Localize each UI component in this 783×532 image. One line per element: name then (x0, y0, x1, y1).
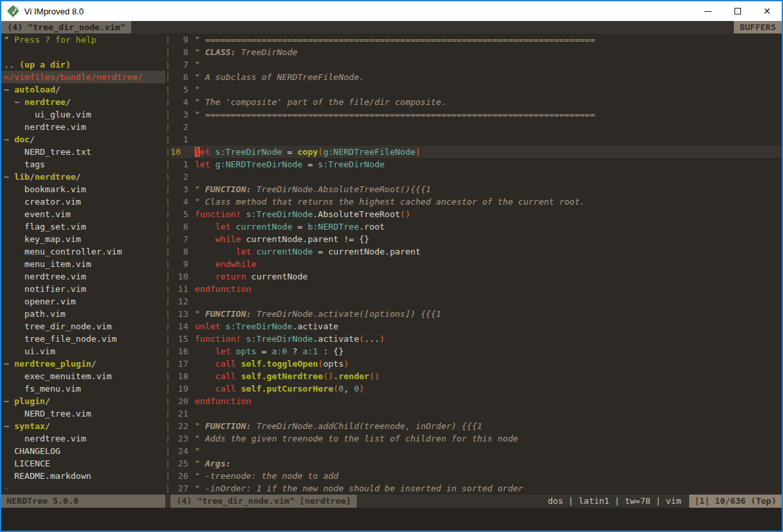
code-line[interactable]: 7 while currentNode.parent != {} (171, 233, 782, 245)
code-segment-q: ~ (4, 134, 14, 144)
tree-item[interactable]: README.markdown (1, 470, 165, 482)
code-line[interactable]: 7" (171, 58, 782, 71)
code-line[interactable]: 26" -treenode: the node to add (171, 470, 782, 482)
code-line[interactable]: 6 let currentNode = b:NERDTree.root (171, 220, 782, 233)
tree-item[interactable]: key_map.vim (1, 233, 165, 245)
code-segment-cm: TreeDirNode.addChild(treenode, inOrder) … (251, 421, 482, 431)
code-segment-cm: TreeDirNode.AbsoluteTreeRoot(){{{1 (251, 184, 431, 194)
line-number: 11 (171, 283, 188, 295)
tree-item[interactable]: ~ autoload/ (1, 83, 165, 96)
maximize-button[interactable] (723, 1, 752, 21)
code-segment-q: ~ (4, 421, 14, 431)
code-line[interactable]: 24" (171, 445, 782, 457)
tree-item[interactable]: LICENCE (1, 457, 165, 470)
tree-item[interactable]: tags (1, 158, 165, 171)
tree-item[interactable]: fs_menu.vim (1, 382, 165, 395)
code-line[interactable]: 27" -inOrder: 1 if the new node should b… (171, 482, 782, 495)
code-segment-br: () (369, 371, 380, 381)
code-line[interactable]: 25" Args: (171, 457, 782, 470)
tree-item[interactable]: ~ lib/nerdtree/ (1, 171, 165, 183)
code-segment-pl (231, 222, 236, 232)
tab-active-buffer[interactable]: (4) "tree_dir_node.vim" (1, 21, 131, 33)
code-segment-kw: let (236, 247, 251, 256)
code-segment-pl: = currentNode.parent (313, 247, 420, 256)
tree-item[interactable]: creator.vim (1, 195, 165, 208)
code-line[interactable]: 6" A subclass of NERDTreeFileNode. (171, 71, 782, 83)
code-line[interactable]: 22" FUNCTION: TreeDirNode.addChild(treen… (171, 420, 782, 432)
tree-item[interactable] (1, 46, 165, 58)
close-button[interactable]: ✕ (752, 1, 782, 21)
tree-item[interactable]: nerdtree.vim (1, 432, 165, 445)
tree-item[interactable]: menu_item.vim (1, 258, 165, 270)
statusline: NERDTree 5.0.0 (4) "tree_dir_node.vim" [… (1, 495, 782, 508)
code-line[interactable]: 15function! s:TreeDirNode.activate(...) (171, 333, 782, 345)
tree-item[interactable]: ~ nerdtree/ (1, 96, 165, 108)
code-text: " Args: (195, 457, 231, 470)
code-line[interactable]: 17 call self.toggleOpen(opts) (171, 358, 782, 370)
code-line[interactable]: 10 return currentNode (171, 270, 782, 283)
code-line[interactable]: 19 call self.putCursorHere(0, 0) (171, 382, 782, 395)
tree-item[interactable]: nerdtree.vim (1, 121, 165, 133)
separator-bar: | (165, 395, 171, 407)
tree-item[interactable]: NERD_tree.txt (1, 146, 165, 158)
code-line[interactable]: 16 let opts = a:0 ? a:1 : {} (171, 345, 782, 358)
tree-item[interactable]: notifier.vim (1, 283, 165, 295)
code-line[interactable]: 4" The 'composite' part of the file/dir … (171, 96, 782, 108)
tree-item[interactable]: CHANGELOG (1, 445, 165, 457)
code-line[interactable]: 21 (171, 407, 782, 420)
tree-item[interactable]: exec_menuitem.vim (1, 370, 165, 382)
code-line[interactable]: 9" =====================================… (171, 33, 782, 46)
code-line[interactable]: 3" FUNCTION: TreeDirNode.AbsoluteTreeRoo… (171, 183, 782, 195)
window-split-separator[interactable]: ||||||||||||||||||||||||||||||||||||| (165, 33, 171, 495)
tree-item[interactable]: path.vim (1, 308, 165, 320)
code-line[interactable]: 4" Class method that returns the highest… (171, 195, 782, 208)
code-segment-p: exec_menuitem.vim (4, 371, 111, 381)
code-line[interactable]: 13" FUNCTION: TreeDirNode.activate([opti… (171, 308, 782, 320)
code-line[interactable]: 12 (171, 295, 782, 308)
code-line[interactable]: 11endfunction (171, 283, 782, 295)
code-segment-d: lib (14, 172, 30, 182)
code-line[interactable]: 8" CLASS: TreeDirNode (171, 46, 782, 58)
tree-root-item[interactable]: </vimfiles/bundle/nerdtree/ (1, 71, 165, 83)
code-segment-pl: ? (287, 346, 302, 356)
tree-item[interactable]: ~ doc/ (1, 133, 165, 146)
code-line[interactable]: 20endfunction (171, 395, 782, 407)
tree-item[interactable]: .. (up a dir) (1, 58, 165, 71)
code-segment-p: event.vim (4, 209, 71, 219)
tree-item[interactable]: ui.vim (1, 345, 165, 358)
tree-item[interactable]: ~ (1, 482, 165, 495)
minimize-button[interactable] (693, 1, 723, 21)
tree-item[interactable]: nerdtree.vim (1, 270, 165, 283)
tree-item[interactable]: flag_set.vim (1, 220, 165, 233)
tree-item[interactable]: opener.vim (1, 295, 165, 308)
code-line[interactable]: 3" =====================================… (171, 108, 782, 121)
code-line[interactable]: 14unlet s:TreeDirNode.activate (171, 320, 782, 333)
code-line[interactable]: 5" (171, 83, 782, 96)
code-line[interactable]: 1let g:NERDTreeDirNode = s:TreeDirNode (171, 158, 782, 171)
tree-item[interactable]: ui_glue.vim (1, 108, 165, 121)
code-line[interactable]: 23" Adds the given treenode to the list … (171, 432, 782, 445)
tree-item[interactable]: tree_dir_node.vim (1, 320, 165, 333)
line-number: 19 (171, 382, 188, 395)
tree-item[interactable]: NERD_tree.vim (1, 407, 165, 420)
code-line[interactable]: 2 (171, 121, 782, 133)
tree-item[interactable]: ~ syntax/ (1, 420, 165, 432)
tree-item[interactable]: ~ nerdtree_plugin/ (1, 358, 165, 370)
command-line[interactable] (1, 508, 782, 531)
tree-item[interactable]: bookmark.vim (1, 183, 165, 195)
code-line[interactable]: 5function! s:TreeDirNode.AbsoluteTreeRoo… (171, 208, 782, 220)
code-line-current[interactable]: 10let s:TreeDirNode = copy(g:NERDTreeFil… (171, 146, 782, 158)
code-line[interactable]: 18 call self.getNerdtree().render() (171, 370, 782, 382)
code-line[interactable]: 9 endwhile (171, 258, 782, 270)
tree-item[interactable]: event.vim (1, 208, 165, 220)
tree-item[interactable]: " Press ? for help (1, 33, 165, 46)
line-number: 6 (171, 220, 188, 233)
tree-item[interactable]: ~ plugin/ (1, 395, 165, 407)
code-text: " The 'composite' part of the file/dir c… (195, 96, 447, 108)
code-segment-cmb: FUNCTION: (205, 421, 251, 431)
code-line[interactable]: 8 let currentNode = currentNode.parent (171, 245, 782, 258)
tree-item[interactable]: tree_file_node.vim (1, 333, 165, 345)
code-line[interactable]: 1 (171, 133, 782, 146)
tree-item[interactable]: menu_controller.vim (1, 245, 165, 258)
code-line[interactable]: 2 (171, 171, 782, 183)
